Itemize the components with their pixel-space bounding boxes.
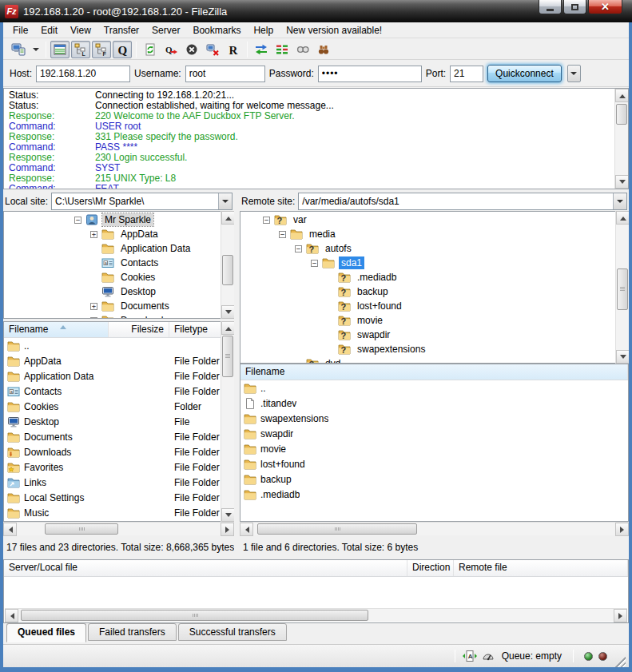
menu-item-file[interactable]: File: [6, 23, 34, 38]
scroll-left-button[interactable]: [3, 523, 17, 536]
expander-minus[interactable]: −: [263, 217, 270, 224]
scrollbar-thumb[interactable]: [617, 268, 628, 310]
tab-queued-files[interactable]: Queued files: [6, 623, 86, 642]
scroll-right-button[interactable]: [615, 523, 629, 536]
local-file-row-cookies[interactable]: CookiesFolder: [4, 399, 221, 414]
remote-tree-item-movie[interactable]: ?movie: [240, 313, 628, 328]
menu-item-new-version-available[interactable]: New version available!: [280, 23, 388, 38]
reconnect-button[interactable]: R: [224, 41, 243, 58]
site-manager-dropdown-button[interactable]: [30, 41, 42, 58]
directory-comparison-button[interactable]: [252, 41, 271, 58]
remote-file-row-titandev[interactable]: .titandev: [240, 396, 628, 411]
scroll-down-button[interactable]: [616, 350, 629, 364]
maximize-button[interactable]: [563, 0, 586, 14]
close-button[interactable]: ✕: [588, 0, 622, 14]
remote-tree-item-swapextensions[interactable]: ?swapextensions: [240, 342, 628, 356]
local-file-row-downloads[interactable]: DownloadsFile Folder: [4, 444, 221, 459]
expander-minus[interactable]: −: [311, 260, 318, 267]
remote-site-dropdown-button[interactable]: [613, 193, 626, 209]
local-file-row-appdata[interactable]: AppDataFile Folder: [4, 353, 221, 368]
username-input[interactable]: [185, 66, 265, 82]
scroll-right-button[interactable]: [221, 523, 234, 536]
filter-button[interactable]: [293, 41, 312, 58]
speed-limits-icon[interactable]: [482, 650, 495, 662]
toggle-queue-button[interactable]: Q: [113, 41, 132, 58]
resize-grip[interactable]: [615, 657, 626, 667]
expander-minus[interactable]: −: [279, 231, 286, 238]
local-tree-item-appdata[interactable]: +AppData: [4, 227, 233, 241]
file-search-button[interactable]: [314, 41, 333, 58]
remote-tree-vertical-scrollbar[interactable]: [615, 211, 629, 364]
remote-list-horizontal-scrollbar[interactable]: [240, 522, 629, 535]
tab-successful-transfers[interactable]: Successful transfers: [178, 623, 287, 641]
local-site-dropdown-button[interactable]: [218, 193, 232, 209]
scrollbar-thumb[interactable]: [257, 523, 417, 535]
remote-file-row-swapextensions[interactable]: swapextensions: [240, 411, 628, 426]
scroll-right-button[interactable]: [614, 609, 627, 622]
remote-file-row-item[interactable]: ..: [240, 380, 628, 396]
expander-plus[interactable]: +: [90, 231, 97, 238]
remote-file-row-swapdir[interactable]: swapdir: [240, 426, 628, 441]
remote-tree-item-dvd[interactable]: ?dvd: [240, 356, 628, 364]
cancel-button[interactable]: [182, 41, 201, 58]
local-tree-item-mr-sparkle[interactable]: −Mr Sparkle: [4, 213, 233, 227]
local-file-row-desktop[interactable]: DesktopFile: [4, 414, 221, 429]
queue-horizontal-scrollbar[interactable]: [5, 608, 627, 622]
scrollbar-thumb[interactable]: [222, 336, 233, 377]
quickconnect-button[interactable]: Quickconnect: [487, 65, 562, 82]
local-file-row-local-settings[interactable]: Local SettingsFile Folder: [4, 490, 221, 505]
column-header-remote-file[interactable]: Remote file: [454, 560, 628, 576]
toggle-local-tree-button[interactable]: L: [71, 41, 90, 58]
local-tree-item-contacts[interactable]: aContacts: [4, 256, 233, 270]
column-header-filename[interactable]: Filename: [240, 364, 628, 380]
disconnect-button[interactable]: [203, 41, 222, 58]
scroll-up-button[interactable]: [221, 211, 235, 225]
quickconnect-dropdown-button[interactable]: [567, 65, 581, 82]
remote-tree-item-autofs[interactable]: −?autofs: [240, 241, 628, 256]
scrollbar-thumb[interactable]: [45, 523, 118, 535]
menu-item-transfer[interactable]: Transfer: [97, 23, 145, 38]
local-file-row-item[interactable]: ..: [4, 338, 221, 353]
remote-tree-item-lost-found[interactable]: ?lost+found: [240, 299, 628, 313]
scroll-up-button[interactable]: [616, 211, 629, 225]
local-file-row-links[interactable]: LinksFile Folder: [4, 475, 221, 490]
remote-file-row-mediadb[interactable]: .mediadb: [240, 487, 628, 502]
expander-minus[interactable]: −: [74, 217, 81, 224]
toggle-remote-tree-button[interactable]: F: [92, 41, 111, 58]
password-input[interactable]: [318, 66, 422, 82]
column-header-filesize[interactable]: Filesize: [109, 322, 169, 337]
local-file-row-favorites[interactable]: FavoritesFile Folder: [4, 459, 221, 475]
scroll-up-button[interactable]: [221, 321, 235, 335]
site-manager-button[interactable]: [9, 41, 28, 58]
minimize-button[interactable]: [539, 0, 562, 14]
remote-tree-item-backup[interactable]: ?backup: [240, 284, 628, 299]
synchronized-browsing-button[interactable]: [272, 41, 292, 58]
remote-site-combobox[interactable]: /var/media/autofs/sda1: [298, 193, 627, 210]
remote-tree-item-swapdir[interactable]: ?swapdir: [240, 328, 628, 342]
scroll-down-button[interactable]: [221, 305, 235, 319]
menu-item-server[interactable]: Server: [145, 23, 186, 38]
local-file-row-music[interactable]: MusicFile Folder: [4, 505, 221, 520]
scrollbar-thumb[interactable]: [222, 255, 233, 285]
transfer-type-icon[interactable]: A: [463, 650, 477, 662]
scrollbar-thumb[interactable]: [21, 610, 368, 621]
process-queue-button[interactable]: Q: [161, 41, 181, 58]
remote-file-row-movie[interactable]: movie: [240, 441, 628, 456]
menu-item-edit[interactable]: Edit: [34, 23, 64, 38]
column-header-server-local-file[interactable]: Server/Local file: [4, 560, 407, 576]
local-tree-item-desktop[interactable]: Desktop: [4, 284, 233, 299]
refresh-button[interactable]: [141, 41, 160, 58]
message-log-vertical-scrollbar[interactable]: [614, 89, 628, 189]
remote-tree-item-media[interactable]: −media: [240, 227, 628, 241]
tab-failed-transfers[interactable]: Failed transfers: [88, 623, 177, 641]
pane-splitter[interactable]: [234, 192, 240, 559]
remote-file-row-backup[interactable]: backup: [240, 471, 628, 487]
local-tree-item-downloads[interactable]: +Downloads: [4, 313, 233, 319]
scrollbar-thumb[interactable]: [616, 104, 627, 125]
scroll-down-button[interactable]: [221, 508, 235, 522]
column-header-filename[interactable]: Filename: [4, 322, 109, 337]
column-header-direction[interactable]: Direction: [407, 560, 454, 576]
scroll-up-button[interactable]: [615, 89, 629, 102]
toggle-message-log-button[interactable]: [50, 41, 70, 58]
remote-tree-item-sda1[interactable]: −sda1: [240, 256, 628, 270]
